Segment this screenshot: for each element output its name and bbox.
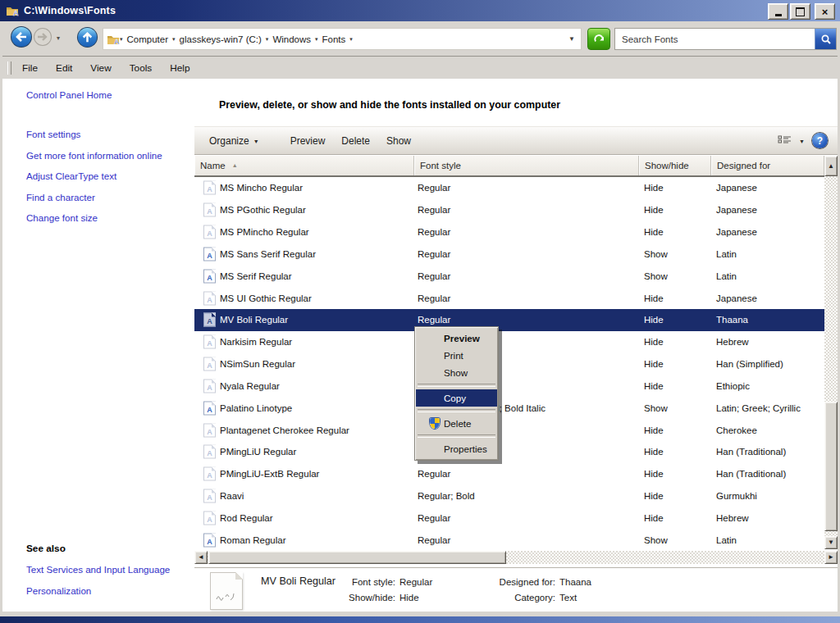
- crumb-arrow-icon[interactable]: ▾: [349, 35, 353, 43]
- minimize-button[interactable]: [768, 3, 788, 20]
- menu-item-label: Delete: [444, 418, 472, 429]
- delete-button[interactable]: Delete: [333, 131, 378, 151]
- font-show-hide: Hide: [644, 491, 664, 501]
- window-title: C:\Windows\Fonts: [24, 5, 116, 16]
- font-name: MV Boli Regular: [220, 315, 288, 325]
- up-button[interactable]: [76, 26, 98, 52]
- font-row[interactable]: AMS UI Gothic RegularRegularHideJapanese: [194, 287, 824, 309]
- font-style: Regular: [418, 183, 450, 193]
- breadcrumb-drive[interactable]: glasskeys-win7 (C:): [176, 34, 266, 44]
- menu-tools[interactable]: Tools: [122, 60, 160, 76]
- font-row[interactable]: APMingLiU RegularRegularHideHan (Traditi…: [194, 441, 824, 463]
- font-row[interactable]: APMingLiU-ExtB RegularRegularHideHan (Tr…: [194, 463, 824, 485]
- font-row[interactable]: ARoman RegularRegularShowLatin: [194, 529, 824, 551]
- maximize-button[interactable]: [790, 3, 810, 20]
- menu-item-print[interactable]: Print: [416, 347, 497, 364]
- font-row[interactable]: APlantagenet Cherokee RegularRegularHide…: [194, 419, 824, 441]
- font-show-hide: Show: [644, 535, 668, 545]
- font-name: Narkisim Regular: [220, 337, 292, 347]
- column-header-show-hide[interactable]: Show/hide: [639, 156, 711, 175]
- forward-button[interactable]: [33, 27, 52, 50]
- font-file-icon: A: [203, 445, 216, 459]
- menu-item-properties[interactable]: Properties: [416, 440, 497, 457]
- font-row[interactable]: ARaaviRegular; BoldHideGurmukhi: [194, 485, 824, 507]
- column-show-hide-label: Show/hide: [645, 156, 689, 175]
- menu-item-copy[interactable]: Copy: [416, 389, 497, 407]
- font-row[interactable]: ANSimSun RegularRegularHideHan (Simplifi…: [194, 353, 824, 375]
- scroll-up-icon: ▲: [828, 163, 834, 170]
- sidebar-item-adjust-cleartype[interactable]: Adjust ClearType text: [26, 171, 116, 181]
- help-button[interactable]: ?: [812, 133, 828, 148]
- font-file-icon: A: [203, 181, 216, 195]
- font-row[interactable]: AMS Mincho RegularRegularHideJapanese: [194, 177, 824, 199]
- scroll-left-button[interactable]: ◄: [194, 551, 208, 564]
- font-style: Regular; Bold: [418, 491, 475, 501]
- details-fields-left: Font style: Regular Show/hide: Hide: [340, 577, 432, 603]
- breadcrumb-computer[interactable]: Computer: [123, 34, 173, 44]
- font-designed-for: Gurmukhi: [716, 491, 757, 501]
- column-header-designed-for[interactable]: Designed for: [711, 156, 824, 175]
- font-file-icon: A: [203, 203, 216, 217]
- font-row[interactable]: APalatino LinotypeRegular; Italic; Bold;…: [194, 397, 824, 419]
- font-designed-for: Ethiopic: [716, 381, 750, 391]
- font-row[interactable]: AMS PMincho RegularRegularHideJapanese: [194, 221, 824, 243]
- font-file-letter: A: [204, 362, 215, 370]
- sidebar-item-get-more-font-info[interactable]: Get more font information online: [26, 150, 162, 161]
- font-designed-for: Latin: [716, 535, 737, 545]
- recent-pages-chevron[interactable]: ▾: [57, 34, 60, 42]
- font-designed-for: Han (Traditional): [716, 469, 786, 479]
- scroll-right-button[interactable]: ►: [824, 551, 838, 564]
- show-button[interactable]: Show: [378, 131, 419, 151]
- font-file-icon: A: [203, 467, 216, 481]
- menu-edit[interactable]: Edit: [48, 60, 80, 76]
- close-button[interactable]: ×: [815, 3, 835, 20]
- sidebar-item-font-settings[interactable]: Font settings: [26, 129, 80, 139]
- toolbar-gripper[interactable]: [7, 61, 11, 75]
- font-file-letter: A: [204, 295, 215, 303]
- title-bar[interactable]: A C:\Windows\Fonts ×: [0, 0, 840, 21]
- menu-item-preview[interactable]: Preview: [416, 330, 497, 347]
- details-pane-divider: [194, 567, 838, 568]
- search-input[interactable]: [615, 29, 815, 49]
- font-show-hide: Show: [644, 249, 668, 259]
- font-row[interactable]: ANyala RegularRegularHideEthiopic: [194, 375, 824, 397]
- sidebar-item-text-services[interactable]: Text Services and Input Language: [26, 564, 170, 575]
- font-row[interactable]: AMS Serif RegularRegularShowLatin: [194, 265, 824, 287]
- horizontal-scrollbar-thumb[interactable]: [208, 551, 506, 564]
- scroll-down-button[interactable]: ▼: [824, 536, 838, 549]
- search-box: [614, 28, 837, 50]
- menu-view[interactable]: View: [83, 60, 118, 76]
- scroll-up-button[interactable]: ▲: [824, 156, 838, 176]
- vertical-scrollbar-thumb[interactable]: [824, 402, 838, 531]
- font-show-hide: Hide: [644, 469, 664, 479]
- views-icon[interactable]: [778, 135, 792, 146]
- font-row[interactable]: ANarkisim RegularRegularHideHebrew: [194, 331, 824, 353]
- font-row[interactable]: AMV Boli RegularRegularHideThaana: [194, 309, 824, 331]
- font-file-icon: A: [203, 225, 216, 239]
- sidebar-item-control-panel-home[interactable]: Control Panel Home: [26, 89, 112, 100]
- organize-button[interactable]: Organize ▼: [201, 131, 267, 151]
- sidebar-item-change-font-size[interactable]: Change font size: [26, 212, 98, 223]
- font-file-icon: A: [203, 401, 216, 415]
- address-dropdown-icon[interactable]: ▼: [563, 35, 581, 43]
- menu-file[interactable]: File: [15, 60, 45, 76]
- font-row[interactable]: ARod RegularRegularHideHebrew: [194, 507, 824, 529]
- refresh-button[interactable]: [587, 28, 610, 50]
- column-header-name[interactable]: Name ▲: [194, 156, 414, 175]
- font-file-icon: A: [203, 269, 216, 283]
- breadcrumb[interactable]: A ▾ Computer ▾ glasskeys-win7 (C:) ▾ Win…: [103, 28, 582, 50]
- breadcrumb-fonts[interactable]: Fonts: [318, 34, 350, 44]
- views-dropdown-icon[interactable]: ▼: [799, 137, 805, 144]
- menu-item-delete[interactable]: Delete: [416, 415, 497, 432]
- breadcrumb-windows[interactable]: Windows: [268, 34, 315, 44]
- column-header-font-style[interactable]: Font style: [414, 156, 639, 175]
- menu-help[interactable]: Help: [162, 60, 197, 76]
- search-button[interactable]: [815, 29, 836, 49]
- sidebar-item-personalization[interactable]: Personalization: [26, 585, 91, 596]
- preview-button[interactable]: Preview: [282, 131, 334, 151]
- menu-item-show[interactable]: Show: [416, 364, 497, 381]
- font-row[interactable]: AMS PGothic RegularRegularHideJapanese: [194, 199, 824, 221]
- back-button[interactable]: [10, 25, 33, 52]
- sidebar-item-find-character[interactable]: Find a character: [26, 192, 95, 202]
- font-row[interactable]: AMS Sans Serif RegularRegularShowLatin: [194, 243, 824, 265]
